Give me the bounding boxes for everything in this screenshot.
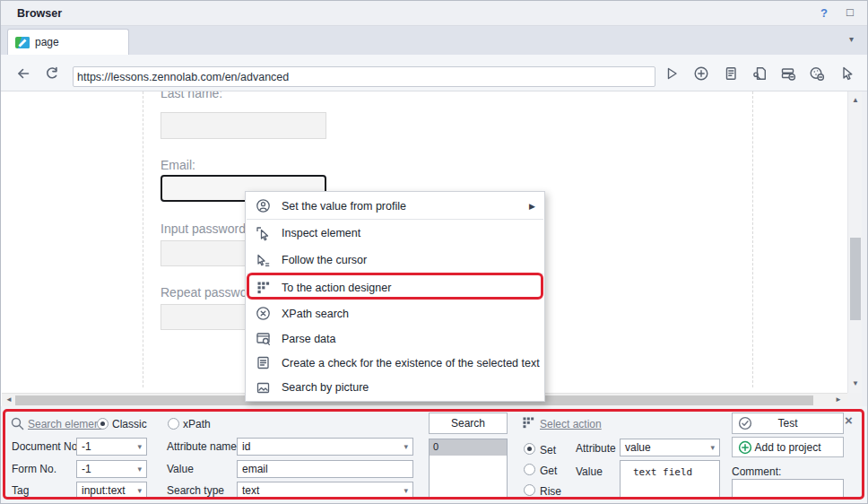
scrollbar-corner <box>847 393 862 406</box>
chevron-down-icon: ▾ <box>404 442 408 451</box>
action-value-textarea[interactable]: text field <box>620 460 720 498</box>
document-no-select[interactable]: -1 ▾ <box>76 438 147 456</box>
check-text-icon <box>256 355 271 370</box>
submenu-arrow-icon: ▶ <box>529 202 535 211</box>
add-to-project-button-label: Add to project <box>754 441 820 454</box>
picture-icon <box>256 380 271 395</box>
menu-item-xpath-search[interactable]: XPath search <box>246 300 544 326</box>
attribute-name-value: id <box>242 440 250 453</box>
menu-item-label: Inspect element <box>282 227 360 239</box>
clear-cache-icon[interactable] <box>780 65 796 82</box>
window-title: Browser <box>17 7 62 20</box>
value-label: Value <box>167 463 194 475</box>
add-icon[interactable] <box>693 65 709 82</box>
help-icon[interactable]: ? <box>820 6 828 20</box>
menu-item-set-value-from-profile[interactable]: Set the value from profile ▶ <box>246 193 544 219</box>
menu-item-inspect-element[interactable]: Inspect element <box>246 220 544 247</box>
classic-radio[interactable] <box>97 418 108 430</box>
action-designer-icon <box>256 280 271 295</box>
form-no-select[interactable]: -1 ▾ <box>76 460 147 478</box>
menu-item-label: XPath search <box>282 308 349 320</box>
attribute-label: Attribute <box>576 442 616 455</box>
page-tools-icon[interactable] <box>751 65 768 82</box>
run-icon[interactable] <box>664 65 680 82</box>
get-radio[interactable] <box>524 464 535 475</box>
plus-circle-icon <box>738 440 752 455</box>
search-type-select[interactable]: text ▾ <box>237 482 413 500</box>
value-input[interactable] <box>237 460 413 478</box>
search-element-link[interactable]: Search element <box>28 418 103 430</box>
search-type-label: Search type <box>167 484 224 497</box>
test-button[interactable]: Test <box>732 413 844 434</box>
tab-page[interactable]: page <box>7 29 129 55</box>
zennolab-logo-icon <box>15 37 30 48</box>
attribute-select[interactable]: value ▾ <box>620 439 720 456</box>
scroll-up-icon[interactable]: ▲ <box>852 97 859 104</box>
check-circle-icon <box>738 416 752 430</box>
get-radio-label[interactable]: Get <box>540 465 557 477</box>
close-panel-icon[interactable]: × <box>845 413 853 428</box>
form-no-label: Form No. <box>12 463 56 475</box>
scroll-left-icon[interactable]: ◄ <box>5 396 13 404</box>
menu-item-label: To the action designer <box>282 282 391 294</box>
navigation-bar <box>1 55 867 91</box>
search-icon <box>11 417 24 430</box>
menu-item-search-by-picture[interactable]: Search by picture <box>246 375 544 400</box>
menu-item-parse-data[interactable]: Parse data <box>246 326 544 351</box>
rise-radio-label[interactable]: Rise <box>540 485 561 498</box>
attribute-name-label: Attribute name <box>167 440 237 453</box>
xpath-radio[interactable] <box>168 418 179 430</box>
menu-item-follow-the-cursor[interactable]: Follow the cursor <box>246 247 544 274</box>
result-item[interactable]: 0 <box>430 439 507 456</box>
browser-window: Browser ? □ page ▾ <box>0 0 868 504</box>
cursor-icon[interactable] <box>838 65 855 82</box>
set-radio-label[interactable]: Set <box>540 444 556 456</box>
follow-cursor-icon <box>256 253 271 268</box>
log-icon[interactable] <box>723 65 739 82</box>
scroll-down-icon[interactable]: ▼ <box>852 380 859 387</box>
chevron-down-icon: ▾ <box>710 443 715 452</box>
form-no-value: -1 <box>82 463 91 475</box>
search-button[interactable]: Search <box>429 413 508 434</box>
layout-guide-line <box>143 91 143 387</box>
last-name-label: Last name: <box>161 91 222 100</box>
vertical-scrollbar[interactable]: ▲ ▼ <box>847 91 862 393</box>
menu-item-label: Follow the cursor <box>282 254 367 266</box>
set-radio[interactable] <box>524 443 535 455</box>
select-action-link[interactable]: Select action <box>540 418 602 430</box>
search-button-label: Search <box>451 417 485 430</box>
clear-cookies-icon[interactable] <box>809 65 825 82</box>
search-type-value: text <box>242 484 259 497</box>
document-no-value: -1 <box>82 440 91 453</box>
tag-select[interactable]: input:text ▾ <box>76 482 147 500</box>
chevron-down-icon: ▾ <box>137 442 142 451</box>
results-list[interactable]: 0 <box>429 439 508 498</box>
menu-item-label: Search by picture <box>282 381 369 394</box>
comment-input[interactable] <box>732 479 844 498</box>
chevron-down-icon: ▾ <box>137 465 142 474</box>
layout-guide-line <box>752 91 753 387</box>
right-gutter <box>862 91 867 406</box>
tab-label: page <box>35 36 59 48</box>
tab-list-chevron-down-icon[interactable]: ▾ <box>849 34 854 44</box>
url-input[interactable] <box>73 66 655 87</box>
menu-item-label: Parse data <box>282 333 335 345</box>
attribute-name-select[interactable]: id ▾ <box>237 438 413 456</box>
email-label: Email: <box>161 158 195 172</box>
classic-radio-label[interactable]: Classic <box>112 418 147 430</box>
vertical-scroll-thumb[interactable] <box>850 238 861 320</box>
rise-radio[interactable] <box>524 484 535 496</box>
back-icon[interactable] <box>15 65 31 82</box>
last-name-field[interactable] <box>161 112 326 139</box>
document-no-label: Document No. <box>12 440 81 453</box>
menu-item-create-check-selected-text[interactable]: Create a check for the existence of the … <box>246 351 544 375</box>
parse-data-icon <box>256 331 271 346</box>
maximize-icon[interactable]: □ <box>846 5 854 19</box>
menu-item-to-the-action-designer[interactable]: To the action designer <box>246 274 544 300</box>
add-to-project-button[interactable]: Add to project <box>732 437 844 457</box>
xpath-radio-label[interactable]: xPath <box>183 418 211 430</box>
tag-value: input:text <box>82 484 126 497</box>
title-bar: Browser ? □ <box>1 1 867 26</box>
scroll-right-icon[interactable]: ► <box>835 396 842 404</box>
refresh-icon[interactable] <box>44 65 60 82</box>
